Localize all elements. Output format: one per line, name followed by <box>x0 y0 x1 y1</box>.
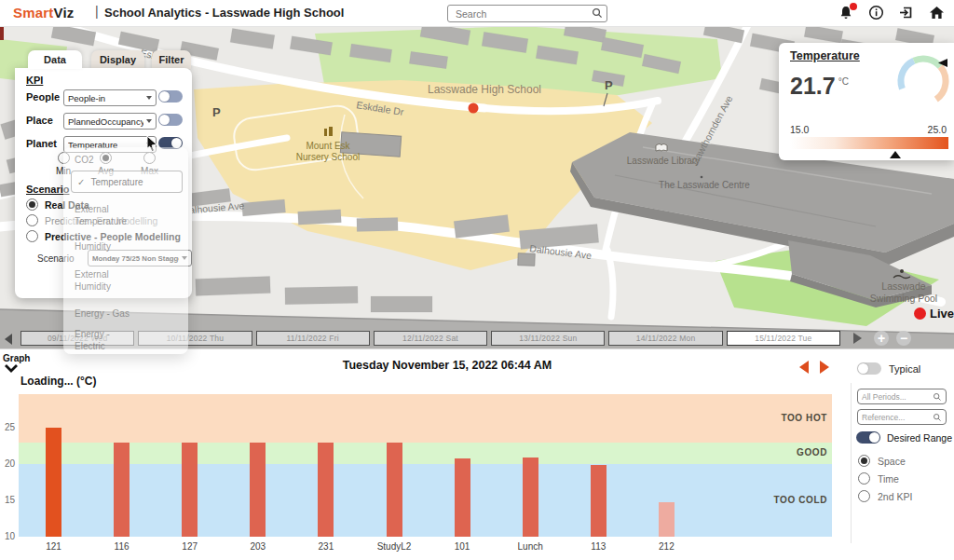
poi-label-centre: The Lasswade Centre <box>659 180 750 190</box>
search-box[interactable] <box>447 5 607 22</box>
poi-label-nursery-2: Nursery School <box>296 152 360 162</box>
x-axis-label: 212 <box>634 541 699 552</box>
dropdown-option[interactable]: External Temperature <box>75 203 142 227</box>
kpi-row-label: Planet <box>26 138 57 149</box>
map-building <box>196 277 271 296</box>
scale-min: 15.0 <box>790 124 809 135</box>
dropdown-option-selected[interactable]: ✓Temperature <box>71 171 183 193</box>
timeline-date-segment[interactable]: 11/11/2022 Fri <box>256 331 370 346</box>
bar-101 <box>455 458 470 537</box>
radio-icon <box>26 198 38 211</box>
desired-range-toggle[interactable] <box>856 431 880 444</box>
tab-display[interactable]: Display <box>91 50 144 69</box>
mode-option-space[interactable]: Space <box>858 455 906 467</box>
live-indicator: Live <box>914 307 954 321</box>
zone-label: TOO HOT <box>652 413 827 423</box>
top-bar: SmartViz | School Analytics - Lasswade H… <box>0 0 954 27</box>
info-icon[interactable] <box>868 5 887 21</box>
tab-filter[interactable]: Filter <box>152 50 191 69</box>
poi-label-nursery-1: Mount Esk <box>306 141 350 151</box>
timeline-date-segment[interactable]: 12/11/2022 Sat <box>374 331 487 346</box>
bar-203 <box>250 443 266 537</box>
map-edge-artifact <box>0 26 4 40</box>
dropdown-option[interactable]: External Humidity <box>75 268 142 293</box>
periods-placeholder: All Periods... <box>862 392 906 402</box>
temp-value-number: 21.7 <box>790 73 836 99</box>
timeline-date-segment[interactable]: 13/11/2022 Sun <box>491 331 605 346</box>
nursery-icon <box>329 127 333 136</box>
search-icon <box>933 392 942 402</box>
kpi-select-place[interactable]: PlannedOccupancy <box>63 113 157 130</box>
poi-label-pool-1: Lasswade <box>881 280 925 292</box>
kpi-heading: KPI <box>26 75 43 86</box>
toggle-knob <box>869 432 879 443</box>
temp-unit: °C <box>838 76 849 87</box>
x-axis-label: 116 <box>89 541 155 552</box>
timeline-zoom-out-button[interactable]: − <box>896 331 911 346</box>
timeline-date-segment[interactable]: 14/11/2022 Mon <box>608 331 722 346</box>
temperature-kpi-card: Temperature 21.7°C 15.0 25.0 <box>779 43 954 160</box>
periods-filter[interactable]: All Periods... <box>857 389 947 404</box>
x-axis-label: 127 <box>157 541 223 552</box>
kpi-toggle-place[interactable] <box>158 114 183 126</box>
radio-icon <box>858 490 870 502</box>
reference-filter[interactable]: Reference... <box>857 409 947 425</box>
dropdown-option-label: Temperature <box>90 177 143 187</box>
x-axis-label: 231 <box>293 541 359 552</box>
dropdown-option[interactable]: CO2 <box>75 154 142 166</box>
chevron-down-icon <box>146 96 152 100</box>
timeline-prev-icon[interactable] <box>5 334 12 345</box>
next-timestep-icon[interactable] <box>820 361 829 374</box>
dropdown-option[interactable]: Humidity <box>75 240 142 253</box>
gradient-marker <box>890 151 901 158</box>
graph-section: Graph Tuesday November 15, 2022 06:44 AM… <box>0 348 954 560</box>
dropdown-option[interactable]: Energy - Electric <box>75 328 142 352</box>
temperature-gauge <box>894 50 952 106</box>
radio-icon <box>858 455 870 467</box>
kpi-row-people: PeoplePeople-in <box>15 89 192 107</box>
map-building <box>285 286 358 304</box>
kpi-toggle-people[interactable] <box>158 90 183 102</box>
y-axis-tick: 20 <box>0 458 15 469</box>
signout-icon[interactable] <box>898 5 917 21</box>
tab-data[interactable]: Data <box>28 50 82 69</box>
y-axis-tick: 25 <box>0 422 15 432</box>
prev-timestep-icon[interactable] <box>799 361 809 374</box>
timeline-zoom-in-button[interactable]: + <box>874 331 889 346</box>
bar-113 <box>591 465 606 537</box>
typical-toggle[interactable] <box>857 362 881 375</box>
title-divider: | <box>95 4 99 19</box>
mode-option-time[interactable]: Time <box>858 472 899 485</box>
dropdown-option[interactable]: Energy - Gas <box>75 307 142 320</box>
kpi-dropdown-list[interactable]: CO2✓TemperatureExternal TemperatureHumid… <box>63 147 188 354</box>
toggle-knob <box>858 363 868 374</box>
timeline-play-icon[interactable] <box>853 333 862 344</box>
search-input[interactable] <box>454 6 586 21</box>
zone-label: TOO COLD <box>652 495 827 505</box>
x-axis-label: 113 <box>566 541 631 552</box>
search-icon <box>592 7 603 19</box>
scale-max: 25.0 <box>928 124 947 135</box>
home-icon[interactable] <box>929 5 947 21</box>
poi-label-library: Lasswade Library <box>627 156 700 166</box>
kpi-select-value: PlannedOccupancy <box>68 116 143 127</box>
temperature-gradient-bar <box>790 137 948 149</box>
mode-option-2nd-kpi[interactable]: 2nd KPI <box>858 490 912 502</box>
school-marker-dot[interactable] <box>469 103 479 114</box>
panel-divider <box>851 383 852 543</box>
poi-dot <box>701 176 703 179</box>
bar-231 <box>318 443 334 537</box>
kpi-select-people[interactable]: People-in <box>63 89 157 106</box>
timeline-date-segment[interactable]: 15/11/2022 Tue <box>727 331 840 346</box>
bar-StudyL2 <box>387 443 402 537</box>
brand-logo[interactable]: SmartViz <box>13 5 75 20</box>
map-building <box>371 296 432 312</box>
desired-range-label: Desired Range <box>887 432 952 444</box>
temp-value: 21.7°C <box>790 73 849 100</box>
kpi-row-place: PlacePlannedOccupancy <box>15 112 192 130</box>
chart-title: Loading... (°C) <box>20 375 96 388</box>
notification-bell-icon[interactable] <box>838 5 857 21</box>
nursery-icon <box>324 129 327 136</box>
radio-icon <box>858 472 870 485</box>
graph-datetime-title: Tuesday November 15, 2022 06:44 AM <box>0 359 894 372</box>
